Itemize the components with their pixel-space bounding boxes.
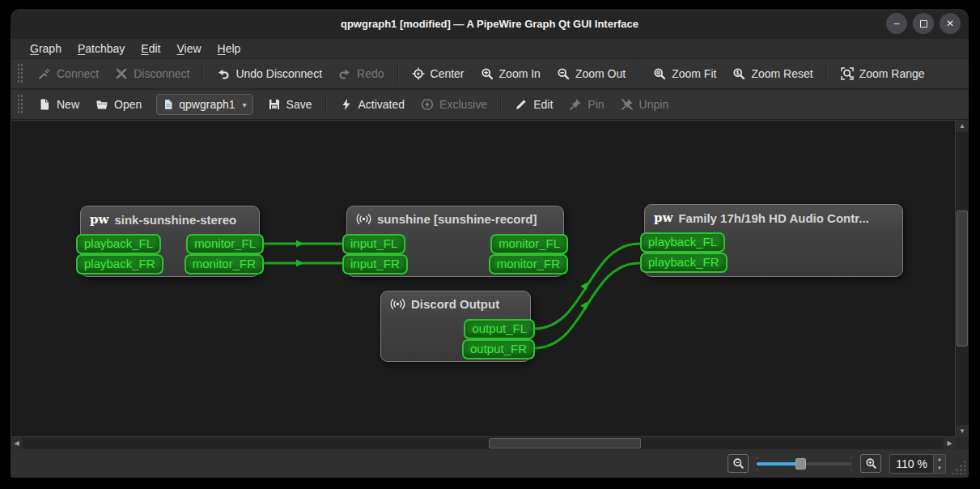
node-family-hd-audio[interactable]: pw Family 17h/19h HD Audio Contr... play… — [644, 204, 903, 277]
menu-view[interactable]: View — [168, 40, 209, 57]
status-zoom-out-button[interactable] — [728, 454, 749, 473]
menu-edit[interactable]: Edit — [133, 40, 168, 57]
wire-arrow-icon — [296, 240, 303, 248]
port-monitor-fl[interactable]: monitor_FL — [490, 234, 568, 254]
open-button[interactable]: Open — [87, 94, 150, 115]
connect-button[interactable]: Connect — [30, 63, 107, 84]
undo-disconnect-button[interactable]: Undo Disconnect — [209, 63, 330, 84]
spin-up-button[interactable]: ▲ — [934, 455, 945, 464]
chevron-down-icon: ▾ — [243, 100, 247, 109]
toolbar-drag-handle[interactable] — [17, 94, 23, 115]
spin-buttons: ▲ ▼ — [933, 455, 945, 473]
crossed-pushpin-icon — [621, 98, 634, 111]
slider-tick — [851, 457, 852, 459]
scrollbar-corner — [956, 437, 969, 449]
resize-grip[interactable] — [951, 460, 965, 474]
menu-graph[interactable]: Graph — [22, 40, 70, 57]
port-monitor-fr[interactable]: monitor_FR — [185, 254, 264, 274]
port-output-fr[interactable]: output_FR — [462, 339, 535, 359]
toolbar-drag-handle[interactable] — [17, 63, 23, 84]
pipewire-icon: pw — [654, 210, 672, 225]
node-title: pw Family 17h/19h HD Audio Contr... — [645, 205, 902, 227]
port-monitor-fr[interactable]: monitor_FR — [489, 254, 568, 274]
new-button[interactable]: New — [30, 94, 87, 115]
port-monitor-fl[interactable]: monitor_FL — [186, 234, 264, 254]
zoom-fit-button[interactable]: Zoom Fit — [645, 63, 724, 84]
magnifier-fit-icon — [653, 67, 666, 80]
port-playback-fr[interactable]: playback_FR — [640, 253, 728, 273]
spin-down-button[interactable]: ▼ — [934, 464, 945, 473]
unpin-button[interactable]: Unpin — [613, 94, 677, 115]
statusbar: 110 % ▲ ▼ — [11, 449, 969, 478]
open-folder-icon — [95, 98, 108, 111]
toolbar-separator — [826, 63, 828, 84]
h-scrollbar-handle[interactable] — [489, 438, 641, 449]
undo-arrow-icon — [217, 67, 230, 80]
minimize-button[interactable]: – — [886, 13, 907, 34]
port-output-fl[interactable]: output_FL — [464, 319, 535, 339]
pin-button[interactable]: Pin — [561, 94, 612, 115]
slider-handle[interactable] — [795, 458, 806, 470]
patchbay-combo[interactable]: qpwgraph1 ▾ — [156, 94, 252, 115]
pushpin-icon — [569, 98, 582, 111]
node-sunshine-record[interactable]: sunshine [sunshine-record] input_FL inpu… — [346, 206, 564, 277]
edit-button[interactable]: Edit — [507, 94, 561, 115]
zoom-value: 110 % — [890, 457, 933, 470]
redo-button[interactable]: Redo — [330, 63, 392, 84]
toolbar-separator — [325, 94, 327, 115]
scroll-right-button[interactable]: ▶ — [944, 437, 956, 449]
disconnect-button[interactable]: Disconnect — [107, 63, 197, 84]
save-floppy-icon — [268, 98, 281, 111]
exclusive-button[interactable]: Exclusive — [413, 94, 495, 115]
audio-stream-icon — [356, 213, 371, 225]
new-file-icon — [38, 98, 51, 111]
node-discord-output[interactable]: Discord Output output_FL output_FR — [380, 291, 531, 362]
activated-button[interactable]: Activated — [332, 94, 414, 115]
status-zoom-in-button[interactable] — [860, 454, 881, 473]
titlebar[interactable]: qpwgraph1 [modified] — A PipeWire Graph … — [11, 9, 969, 39]
port-input-fr[interactable]: input_FR — [342, 254, 408, 274]
app-window: qpwgraph1 [modified] — A PipeWire Graph … — [11, 9, 969, 478]
save-button[interactable]: Save — [260, 94, 320, 115]
node-sink-sunshine-stereo[interactable]: pw sink-sunshine-stereo playback_FL play… — [80, 206, 260, 277]
port-playback-fr[interactable]: playback_FR — [76, 254, 163, 274]
menu-help[interactable]: Help — [210, 40, 249, 57]
magnifier-plus-icon — [481, 67, 494, 80]
magnifier-range-icon — [841, 67, 854, 80]
pipewire-icon: pw — [90, 212, 108, 227]
toolbar-separator — [202, 63, 204, 84]
pencil-icon — [515, 98, 528, 111]
close-button[interactable]: ✕ — [940, 13, 961, 34]
zoom-slider[interactable] — [757, 455, 852, 473]
graph-canvas[interactable]: pw sink-sunshine-stereo playback_FL play… — [11, 120, 956, 437]
center-button[interactable]: Center — [404, 63, 473, 84]
v-scrollbar[interactable]: ▲ ▼ — [956, 120, 969, 437]
slider-tick — [757, 457, 757, 459]
port-input-fl[interactable]: input_FL — [342, 234, 405, 254]
zoom-spinbox[interactable]: 110 % ▲ ▼ — [889, 454, 946, 474]
slider-fill — [757, 462, 799, 466]
zoom-in-button[interactable]: Zoom In — [473, 63, 549, 84]
toolbar-separator — [500, 94, 502, 115]
port-playback-fl[interactable]: playback_FL — [640, 232, 725, 253]
window-title: qpwgraph1 [modified] — A PipeWire Graph … — [11, 18, 969, 30]
v-scrollbar-handle[interactable] — [957, 210, 968, 347]
zoom-reset-button[interactable]: Zoom Reset — [724, 63, 821, 84]
slider-tick — [851, 469, 852, 471]
patchbay-file-icon — [163, 99, 174, 110]
node-title: pw sink-sunshine-stereo — [81, 206, 259, 229]
maximize-button[interactable] — [913, 13, 934, 34]
zoom-range-button[interactable]: Zoom Range — [833, 63, 933, 84]
menu-patchbay[interactable]: Patchbay — [70, 40, 133, 57]
audio-stream-icon — [390, 298, 405, 310]
redo-arrow-icon — [338, 67, 351, 80]
graph-area: pw sink-sunshine-stereo playback_FL play… — [11, 120, 969, 449]
scroll-left-button[interactable]: ◀ — [11, 437, 23, 449]
circled-bolt-icon — [421, 98, 434, 111]
zoom-out-button[interactable]: Zoom Out — [549, 63, 634, 84]
scroll-down-button[interactable]: ▼ — [956, 425, 969, 437]
h-scrollbar[interactable]: ◀ ▶ — [11, 437, 956, 449]
magnifier-minus-icon — [557, 67, 570, 80]
scroll-up-button[interactable]: ▲ — [956, 120, 969, 132]
port-playback-fl[interactable]: playback_FL — [76, 234, 161, 254]
